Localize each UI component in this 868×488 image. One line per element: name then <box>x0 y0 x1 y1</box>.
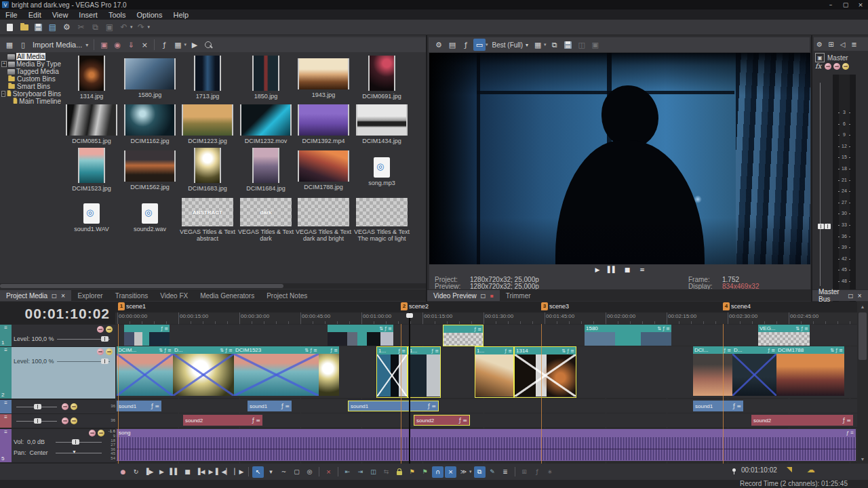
media-item[interactable]: ABSTRACTVEGAS Titles & Text abstract <box>178 194 237 242</box>
timeline-marker-scene4[interactable]: 4scene4 <box>723 302 751 310</box>
menu-view[interactable]: View <box>47 11 74 19</box>
track-area[interactable]: ƒ ≡⇅ ƒ ≡ƒ ≡1580⇅ ƒ ≡VEG...⇅ ƒ ≡ DCIM...⇅… <box>115 324 857 464</box>
bin-storyboard-bins[interactable]: -Storyboard Bins <box>0 90 61 98</box>
master-fx-icon[interactable]: fx <box>815 62 821 70</box>
volume-slider[interactable] <box>16 407 57 407</box>
overlays-grid-dropdown-icon[interactable]: ▾ <box>544 42 547 47</box>
track-header-3[interactable]: ≡ 36 <box>0 400 115 413</box>
video-track-1-row[interactable]: ƒ ≡⇅ ƒ ≡ƒ ≡1580⇅ ƒ ≡VEG...⇅ ƒ ≡ <box>115 325 857 346</box>
preview-settings-gear-icon[interactable]: ⚙ <box>433 39 445 51</box>
project-video-properties-icon[interactable]: ▤ <box>446 39 458 51</box>
edit-tool-dropdown-icon[interactable]: ▾ <box>265 466 277 478</box>
mute-icon[interactable] <box>62 418 68 424</box>
media-item[interactable]: DCIM1684.jpg <box>237 148 295 192</box>
scroll-up-icon[interactable]: ▲ <box>857 302 868 311</box>
media-item[interactable]: song.mp3 <box>353 148 411 186</box>
go-to-start-icon[interactable]: ▐◀ <box>195 466 206 478</box>
bin-media-by-type[interactable]: +Media By Type <box>0 60 61 68</box>
media-item[interactable]: 1943.jpg <box>294 56 353 98</box>
timeline-marker-scene2[interactable]: 2scene2 <box>401 302 429 310</box>
mute-icon[interactable] <box>89 430 96 436</box>
preview-pause-icon[interactable]: ▌▌ <box>605 265 620 274</box>
video-output-fx-icon[interactable]: ƒ <box>460 39 472 51</box>
timeline-marker-scene1[interactable]: 1scene1 <box>118 302 146 310</box>
trim-event-end-icon[interactable]: ⇥ <box>355 466 366 478</box>
fader-handle-right[interactable] <box>825 224 831 229</box>
menu-options[interactable]: Options <box>132 11 168 19</box>
timeline-marker-scene3[interactable]: 3scene3 <box>541 302 569 310</box>
menu-file[interactable]: File <box>0 11 23 19</box>
media-item[interactable]: VEGAS Titles & Text The magic of light <box>353 194 411 242</box>
solo-icon[interactable] <box>71 418 77 424</box>
split-events-icon[interactable]: ◫ <box>368 466 379 478</box>
bin-smart-bins[interactable]: Smart Bins <box>0 83 61 90</box>
remove-selected-media-icon[interactable]: × <box>138 39 151 51</box>
preview-tab-trimmer[interactable]: Trimmer <box>500 290 537 301</box>
media-item[interactable]: DCIM1223.jpg <box>178 102 237 144</box>
track-header-2[interactable]: ≡2 Level: 100,0 % <box>0 347 115 399</box>
media-item[interactable]: DCIM1683.jpg <box>178 148 237 192</box>
master-collapse-icon[interactable]: ▣ <box>815 53 825 62</box>
float-window-icon[interactable]: □ <box>52 293 57 299</box>
open-project-icon[interactable] <box>18 21 31 34</box>
marker-row[interactable]: 1scene12scene23scene34scene4 <box>115 302 857 312</box>
pan-slider[interactable]: ▼ <box>56 453 102 453</box>
media-item[interactable]: DCIM0851.jpg <box>62 102 121 144</box>
go-to-end-icon[interactable]: ▶▐ <box>208 466 219 478</box>
save-project-icon[interactable] <box>32 21 45 34</box>
ignore-event-grouping-icon[interactable]: ⧉ <box>474 466 486 478</box>
track-grip[interactable]: ≡1 <box>0 325 12 346</box>
audio-event-sound1[interactable]: sound1ƒ ≡ <box>348 401 439 411</box>
auto-ripple-icon[interactable]: ≫ <box>458 466 469 478</box>
auto-crossfade-icon[interactable]: × <box>445 466 456 478</box>
solo-icon[interactable] <box>71 403 77 410</box>
timeline-time-display[interactable]: 00:01:10:02 <box>0 302 115 324</box>
external-monitor-icon[interactable]: ▭ <box>473 39 486 51</box>
copy-snapshot-icon[interactable]: ⧉ <box>549 39 561 51</box>
solo-icon[interactable] <box>98 430 104 436</box>
menu-insert[interactable]: Insert <box>73 11 103 19</box>
pin-icon[interactable] <box>732 468 736 472</box>
media-fx-icon[interactable]: ƒ <box>158 39 170 51</box>
play-icon[interactable]: ▶ <box>156 466 167 478</box>
next-frame-icon[interactable]: ▏▶ <box>233 466 245 478</box>
mixing-console-icon[interactable]: ≣ <box>848 39 860 49</box>
selection-edit-tool-icon[interactable]: ▢ <box>291 466 302 478</box>
media-item[interactable]: DCIM1392.mp4 <box>294 102 353 144</box>
audio-track-5-row[interactable]: songƒ ≡ <box>115 428 857 462</box>
media-item[interactable]: DCIM1523.jpg <box>62 148 121 192</box>
audio-event-sound1[interactable]: sound1ƒ ≡ <box>117 401 161 411</box>
video-track-2-row[interactable]: DCIM...⇅ ƒ ≡D...⇅ ƒ ≡DCIM1523⇅ ƒ ≡ƒ ≡1..… <box>115 346 857 398</box>
scroll-down-icon[interactable]: ▼ <box>857 454 868 464</box>
level-slider[interactable] <box>57 339 110 340</box>
bin-main-timeline[interactable]: Main Timeline <box>0 98 61 105</box>
audio-event-song[interactable]: songƒ ≡ <box>117 429 856 461</box>
slider-handle[interactable] <box>101 359 108 364</box>
audio-event-sound2[interactable]: sound2ƒ ≡ <box>751 415 853 426</box>
volume-slider[interactable] <box>56 442 102 443</box>
automation-settings-icon[interactable] <box>825 63 831 70</box>
preview-quality-dropdown[interactable]: Best (Full)▾ <box>490 41 532 49</box>
insert-marker-icon[interactable]: ⚑ <box>406 466 418 478</box>
float-window-icon[interactable]: ▪ <box>490 293 493 299</box>
previous-frame-icon[interactable]: ◀▏ <box>220 466 232 478</box>
project-properties-icon[interactable]: ▤ <box>46 21 59 34</box>
new-project-icon[interactable] <box>3 21 16 34</box>
scrollbar-thumb[interactable] <box>859 312 867 360</box>
media-horizontal-scrollbar[interactable] <box>0 283 426 289</box>
views-dropdown-dropdown-icon[interactable]: ▾ <box>184 42 186 47</box>
slider-handle[interactable] <box>34 418 41 424</box>
stop-icon[interactable]: ■ <box>182 466 193 478</box>
media-tab-project-media[interactable]: Project Media□× <box>0 290 71 301</box>
fader-handle-left[interactable] <box>818 224 824 229</box>
media-item[interactable]: DCIM1232.mov <box>237 102 295 144</box>
audio-track-4-row[interactable]: sound2ƒ ≡sound2ƒ ≡sound2ƒ ≡ <box>115 413 857 427</box>
media-tab-media-generators[interactable]: Media Generators <box>194 290 260 301</box>
video-event[interactable]: ⇅ ƒ ≡ <box>328 325 393 346</box>
master-fader[interactable] <box>818 83 827 286</box>
bin-tagged-media[interactable]: Tagged Media <box>0 68 61 75</box>
float-window-icon[interactable]: □ <box>481 293 486 299</box>
video-event-DCIM1523[interactable]: DCIM1523⇅ ƒ ≡ <box>234 346 319 398</box>
normal-edit-tool-icon[interactable]: ↖ <box>252 466 264 478</box>
level-slider[interactable] <box>57 361 110 362</box>
